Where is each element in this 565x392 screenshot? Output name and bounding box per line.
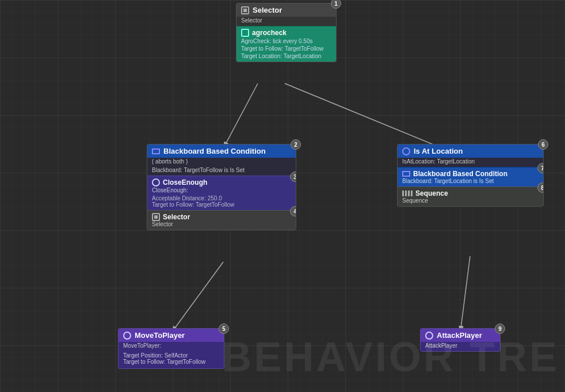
- service-name: agrocheck: [252, 29, 287, 37]
- selector-sub-title: Selector: [152, 213, 291, 221]
- bbc2-name: Blackboard Based Condition: [413, 170, 507, 178]
- badge-1: 1: [331, 0, 341, 9]
- bbc-left-header: Blackboard Based Condition: [147, 144, 296, 158]
- param-target: Target to Follow: TargetToFollow: [152, 201, 291, 208]
- move-params: Target Position: SelfActor Target to Fol…: [119, 351, 224, 368]
- bbc2-block: Blackboard Based Condition Blackboard: T…: [398, 167, 543, 187]
- badge-9: 9: [495, 324, 505, 334]
- seq-title: Sequence: [402, 189, 539, 197]
- sequence-block: Sequence Sequence 8: [398, 187, 543, 206]
- service-block: agrocheck AgroCheck: tick every 0.50s Ta…: [236, 26, 336, 62]
- bbc2-desc: Blackboard: TargetLocation is Is Set: [402, 178, 539, 184]
- attack-node: AttackPlayer AttackPlayer 9: [420, 328, 501, 352]
- move-param1: Target Position: SelfActor: [123, 352, 219, 359]
- attack-icon: [425, 332, 433, 340]
- attack-subtype: AttackPlayer: [421, 342, 500, 351]
- task-icon: [152, 178, 160, 187]
- move-subtype: MoveToPlayer:: [119, 342, 224, 351]
- close-enough-title: CloseEnough: [152, 178, 291, 187]
- bbc-right-node: Is At Location IsAtLocation: TargetLocat…: [397, 144, 544, 207]
- bbc-left-blackboard: Blackboard: TargetToFollow is Is Set: [147, 167, 296, 176]
- move-title: MoveToPlayer: [135, 331, 185, 340]
- ial-header: Is At Location: [398, 144, 543, 158]
- bbc2-icon: [402, 171, 410, 177]
- move-icon: [123, 332, 131, 340]
- move-header: MoveToPlayer: [119, 329, 224, 342]
- bbc-left-node: Blackboard Based Condition ( aborts both…: [147, 144, 296, 230]
- seq-name: Sequence: [415, 189, 448, 197]
- selector-sub-name: Selector: [163, 213, 190, 221]
- badge-7: 7: [537, 163, 544, 173]
- bbc-left-title: Blackboard Based Condition: [163, 147, 266, 155]
- move-param2: Target to Follow: TargetToFollow: [123, 359, 219, 365]
- svg-line-4: [460, 256, 470, 333]
- param-distance: Acceptable Distance: 250.0: [152, 195, 291, 201]
- close-enough-block: CloseEnough CloseEnough: Acceptable Dist…: [147, 176, 296, 210]
- selector-icon: [241, 6, 249, 14]
- bbc-left-icon: [152, 149, 160, 154]
- service-param1: Target to Follow: TargetToFollow: [241, 45, 331, 52]
- selector-sub-desc: Selector: [152, 221, 291, 227]
- badge-5: 5: [219, 324, 229, 334]
- selector-top-node: Selector Selector agrocheck AgroCheck: t…: [236, 3, 337, 62]
- badge-2: 2: [291, 139, 301, 150]
- move-node: MoveToPlayer MoveToPlayer: Target Positi…: [118, 328, 224, 369]
- seq-icon: [402, 191, 413, 196]
- service-desc: AgroCheck: tick every 0.50s: [241, 38, 331, 44]
- selector-top-title: Selector: [253, 6, 282, 14]
- bbc2-title: Blackboard Based Condition: [402, 170, 539, 178]
- ial-icon: [402, 147, 410, 155]
- ial-subtype: IsAtLocation: TargetLocation: [398, 158, 543, 167]
- svg-line-3: [171, 262, 223, 333]
- badge-6: 6: [538, 139, 548, 150]
- selector-sub-block: Selector Selector 4: [147, 210, 296, 230]
- svg-line-2: [285, 83, 443, 149]
- watermark-text: BEHAVIOR TRE: [222, 333, 559, 380]
- service-title: agrocheck: [241, 29, 331, 37]
- selector-top-subtype: Selector: [236, 17, 336, 26]
- badge-8: 8: [537, 182, 544, 193]
- selector-top-header: Selector: [236, 3, 336, 17]
- svg-line-1: [223, 83, 258, 149]
- service-param2: Target Location: TargetLocation: [241, 53, 331, 59]
- bbc-left-subtype: ( aborts both ): [147, 158, 296, 167]
- close-enough-desc: CloseEnough:: [152, 187, 291, 193]
- seq-desc: Sequence: [402, 197, 539, 204]
- attack-header: AttackPlayer: [421, 329, 500, 342]
- attack-title: AttackPlayer: [437, 331, 482, 340]
- selector-sub-icon: [152, 213, 160, 221]
- close-enough-name: CloseEnough: [163, 178, 207, 187]
- ial-title: Is At Location: [414, 147, 463, 155]
- close-enough-params: Acceptable Distance: 250.0 Target to Fol…: [152, 195, 291, 208]
- service-icon: [241, 29, 249, 37]
- badge-4: 4: [290, 206, 296, 216]
- badge-3: 3: [290, 172, 296, 182]
